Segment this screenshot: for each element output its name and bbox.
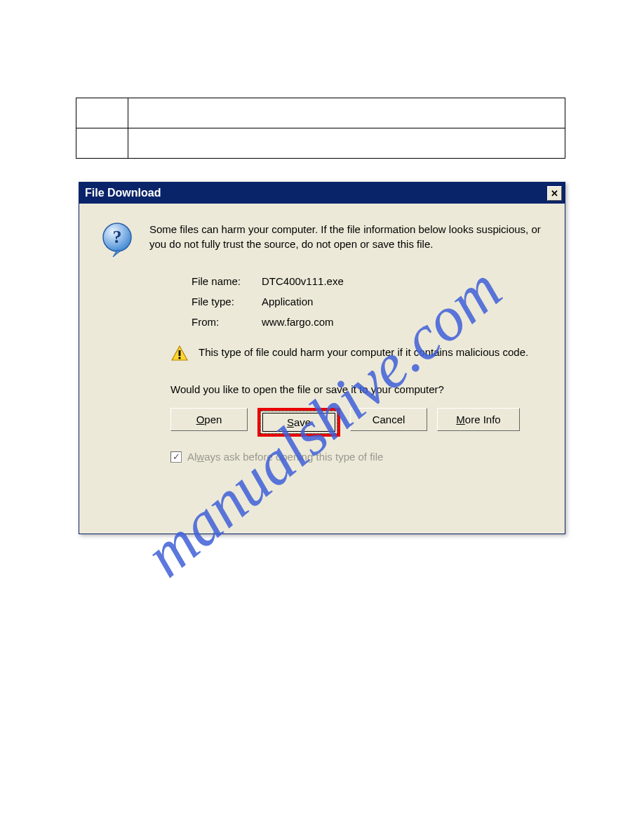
close-icon: ✕ [551, 188, 558, 199]
file-name-label: File name: [192, 275, 262, 287]
svg-text:?: ? [113, 227, 122, 247]
close-button[interactable]: ✕ [547, 186, 562, 201]
save-button-highlight: Save [257, 408, 340, 437]
file-download-dialog: File Download ✕ ? Some fi [79, 182, 565, 534]
file-type-value: Application [262, 296, 313, 307]
warning-icon [170, 345, 189, 365]
more-info-button[interactable]: More Info [437, 408, 520, 431]
from-value: www.fargo.com [262, 316, 334, 328]
dialog-title: File Download [85, 187, 161, 199]
always-ask-checkbox[interactable]: ✓ [170, 451, 182, 463]
file-name-value: DTC400v111.exe [262, 275, 344, 287]
svg-rect-3 [179, 357, 181, 359]
prompt-text: Would you like to open the file or save … [170, 383, 544, 395]
buttons-row: Open Save Cancel More Info [170, 408, 544, 437]
open-button[interactable]: Open [170, 408, 248, 431]
file-info-block: File name: DTC400v111.exe File type: App… [192, 275, 544, 328]
cancel-button[interactable]: Cancel [350, 408, 427, 431]
save-button[interactable]: Save [260, 411, 337, 434]
titlebar[interactable]: File Download ✕ [79, 183, 565, 204]
always-ask-label: Always ask before opening this type of f… [187, 451, 383, 463]
always-ask-row: ✓ Always ask before opening this type of… [170, 451, 544, 463]
dialog-body: ? Some files can harm your computer. If … [79, 204, 565, 475]
document-table [76, 98, 565, 159]
svg-rect-2 [179, 350, 181, 356]
question-icon: ? [100, 222, 137, 258]
from-label: From: [192, 316, 262, 328]
warning-message: Some files can harm your computer. If th… [149, 222, 544, 258]
file-type-label: File type: [192, 296, 262, 307]
harm-warning-text: This type of file could harm your comput… [199, 345, 528, 359]
